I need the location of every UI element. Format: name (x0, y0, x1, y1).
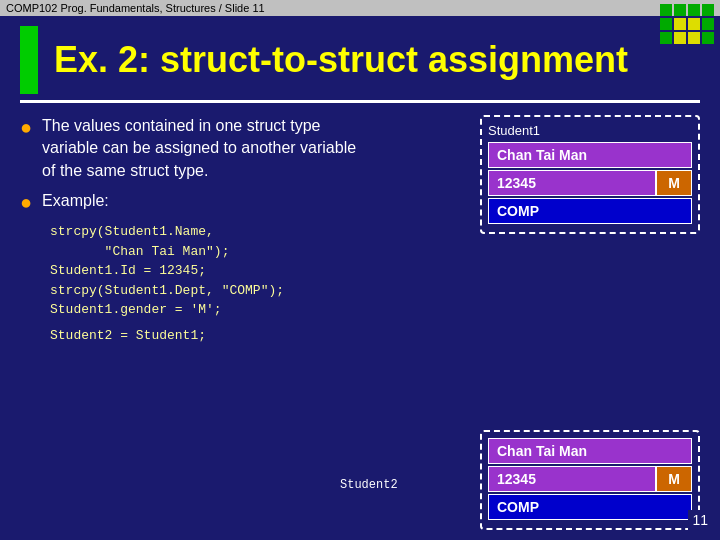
code-line-5: Student1.gender = 'M'; (50, 300, 700, 320)
student2-dept: COMP (488, 494, 692, 520)
slide-title: COMP102 Prog. Fundamentals, Structures /… (6, 2, 265, 14)
logo-cell (702, 18, 714, 30)
student1-id: 12345 (488, 170, 656, 196)
green-bar (20, 26, 38, 94)
logo-cell (702, 32, 714, 44)
student1-box: Student1 Chan Tai Man 12345 M COMP (480, 115, 700, 234)
bullet-text-1: The values contained in one struct typev… (42, 115, 356, 182)
struct-name-row: Chan Tai Man (488, 142, 692, 168)
page-title: Ex. 2: struct-to-struct assignment (54, 40, 628, 80)
logo-cell (702, 4, 714, 16)
logo-cell (674, 4, 686, 16)
code-line-3: Student1.Id = 12345; (50, 261, 700, 281)
logo-cell (674, 18, 686, 30)
student1-label: Student1 (488, 123, 692, 138)
top-bar: COMP102 Prog. Fundamentals, Structures /… (0, 0, 720, 16)
logo-cell (660, 32, 672, 44)
slide-number: 11 (688, 510, 712, 530)
student1-gender: M (656, 170, 692, 196)
student2-label: Student2 (340, 478, 398, 492)
student2-name: Chan Tai Man (488, 438, 692, 464)
logo-grid (660, 4, 714, 44)
s2-id-row: 12345 M (488, 466, 692, 492)
struct-id-row: 12345 M (488, 170, 692, 196)
logo-cell (688, 4, 700, 16)
logo-cell (688, 32, 700, 44)
assignment-line: Student2 = Student1; (50, 328, 700, 343)
logo-cell (660, 18, 672, 30)
bullet-text-2: Example: (42, 190, 109, 214)
student1-name: Chan Tai Man (488, 142, 692, 168)
logo-cell (674, 32, 686, 44)
student2-gender: M (656, 466, 692, 492)
s2-dept-row: COMP (488, 494, 692, 520)
code-line-4: strcpy(Student1.Dept, "COMP"); (50, 281, 700, 301)
student2-box: Chan Tai Man 12345 M COMP (480, 430, 700, 530)
struct-area: Student1 Chan Tai Man 12345 M COMP (480, 115, 700, 250)
s2-name-row: Chan Tai Man (488, 438, 692, 464)
logo-cell (688, 18, 700, 30)
logo-cell (660, 4, 672, 16)
title-area: Ex. 2: struct-to-struct assignment (0, 16, 720, 100)
student1-dept: COMP (488, 198, 692, 224)
student2-id: 12345 (488, 466, 656, 492)
struct-dept-row: COMP (488, 198, 692, 224)
bullet-icon-2: ● (20, 190, 32, 214)
bullet-icon-1: ● (20, 115, 32, 182)
